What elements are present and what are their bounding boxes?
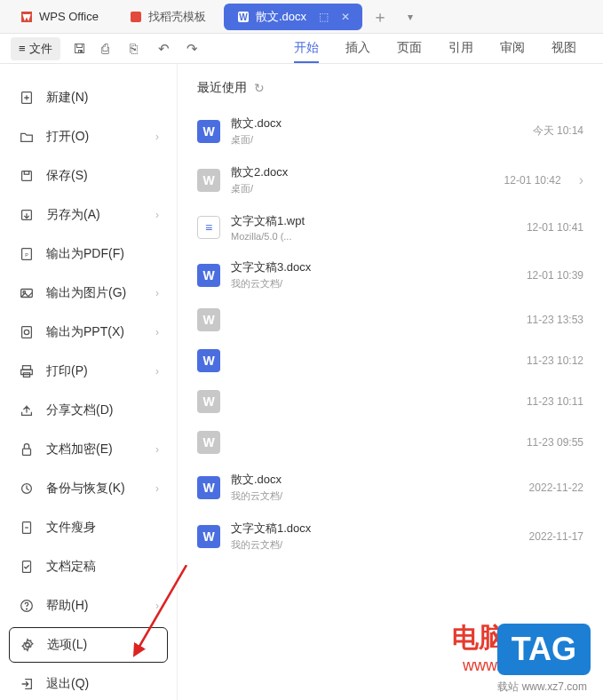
file-time: 12-01 10:42 [472, 174, 561, 187]
file-type-icon: W [197, 120, 220, 143]
ribbon-tabs: 开始 插入 页面 引用 审阅 视图 [294, 40, 592, 57]
ribbon-ref[interactable]: 引用 [448, 40, 473, 57]
pdf-icon: P [18, 245, 36, 263]
menu-exit[interactable]: 退出(Q) [9, 666, 168, 700]
file-time: 2022-11-17 [495, 530, 583, 543]
menu-saveas[interactable]: 另存为(A)› [9, 197, 168, 233]
new-icon [18, 89, 36, 107]
file-name: 散文.docx [231, 115, 484, 131]
recent-item[interactable]: ≡ 文字文稿1.wptMozilla/5.0 (... 12-01 10:41 [197, 204, 583, 251]
monitor-icon[interactable]: ⬚ [319, 11, 329, 23]
template-icon [129, 10, 143, 24]
tab-dropdown-icon[interactable]: ▾ [398, 11, 423, 23]
file-time: 11-23 13:53 [495, 314, 583, 326]
undo-icon[interactable]: ↶ [158, 41, 174, 57]
file-type-icon: W [197, 431, 220, 454]
backup-icon [18, 480, 36, 497]
ribbon-page[interactable]: 页面 [397, 40, 422, 57]
tab-bar: WPS Office 找稻壳模板 W 散文.docx ⬚ ✕ ＋ ▾ [0, 0, 603, 34]
preview-icon[interactable]: ⎘ [130, 41, 146, 56]
svg-rect-0 [131, 12, 141, 22]
tab-templates[interactable]: 找稻壳模板 [116, 4, 218, 30]
svg-rect-16 [23, 449, 31, 455]
file-name: 文字文稿1.docx [231, 521, 484, 537]
tab-label: 找稻壳模板 [148, 9, 206, 25]
file-time: 11-23 10:11 [495, 395, 583, 408]
menu-img[interactable]: 输出为图片(G)› [9, 275, 168, 311]
file-menu-label: 文件 [29, 41, 52, 57]
chevron-right-icon: › [155, 131, 159, 143]
file-time: 12-01 10:41 [495, 221, 583, 234]
toolbar: ≡ 文件 🖫 ⎙ ⎘ ↶ ↷ 开始 插入 页面 引用 审阅 视图 [0, 34, 603, 64]
svg-rect-4 [22, 171, 32, 181]
recent-item[interactable]: W 11-23 09:55 [197, 422, 583, 463]
tab-label: 散文.docx [256, 9, 306, 25]
new-tab-button[interactable]: ＋ [368, 6, 393, 28]
menu-final[interactable]: 文档定稿 [9, 549, 168, 585]
menu-encrypt[interactable]: 文档加密(E)› [9, 432, 168, 467]
file-time: 11-23 09:55 [495, 436, 583, 449]
file-name: 散文.docx [231, 472, 484, 488]
recent-item[interactable]: W 散文.docx我的云文档/ 2022-11-22 [197, 463, 583, 512]
slim-icon [18, 519, 36, 537]
ribbon-start[interactable]: 开始 [294, 40, 319, 63]
ppt-icon [18, 323, 36, 341]
menu-options[interactable]: 选项(L) [9, 627, 168, 663]
file-type-icon: W [197, 264, 220, 287]
menu-open[interactable]: 打开(O)› [9, 119, 168, 155]
file-type-icon: W [197, 169, 220, 192]
svg-rect-5 [24, 171, 28, 175]
folder-icon [18, 128, 36, 146]
file-path: 我的云文档/ [231, 277, 484, 290]
tab-label: WPS Office [39, 10, 99, 23]
ribbon-view[interactable]: 视图 [551, 40, 576, 57]
file-menu-button[interactable]: ≡ 文件 [11, 37, 60, 60]
save-icon[interactable]: 🖫 [73, 41, 89, 56]
save-icon [18, 167, 36, 185]
hamburger-icon: ≡ [19, 42, 26, 55]
menu-backup[interactable]: 备份与恢复(K)› [9, 471, 168, 506]
svg-point-21 [26, 643, 30, 648]
chevron-right-icon: › [155, 209, 159, 221]
menu-help[interactable]: 帮助(H)› [9, 588, 168, 624]
recent-item[interactable]: W 文字文稿3.docx我的云文档/ 12-01 10:39 [197, 251, 583, 299]
menu-ppt[interactable]: 输出为PPT(X)› [9, 314, 168, 350]
recent-item[interactable]: W 11-23 10:11 [197, 381, 583, 422]
menu-pdf[interactable]: P输出为PDF(F) [9, 236, 168, 272]
menu-print[interactable]: 打印(P)› [9, 354, 168, 389]
recent-item[interactable]: W 散文2.docx桌面/ 12-01 10:42› [197, 155, 583, 204]
file-path: 我的云文档/ [231, 538, 484, 552]
redo-icon[interactable]: ↷ [186, 41, 202, 57]
ribbon-insert[interactable]: 插入 [345, 40, 370, 57]
tab-document[interactable]: W 散文.docx ⬚ ✕ [224, 4, 362, 30]
tag-badge: TAG [497, 624, 591, 675]
svg-text:P: P [25, 252, 28, 258]
file-path: Mozilla/5.0 (... [231, 231, 484, 242]
file-type-icon: W [197, 308, 220, 331]
svg-point-12 [24, 330, 28, 334]
chevron-right-icon: › [155, 600, 159, 612]
svg-point-20 [27, 609, 28, 609]
file-name: 文字文稿1.wpt [231, 213, 484, 229]
print-icon[interactable]: ⎙ [101, 41, 117, 56]
file-name: 散文2.docx [231, 164, 462, 180]
file-time: 今天 10:14 [495, 123, 583, 139]
lock-icon [18, 441, 36, 458]
file-type-icon: W [197, 476, 220, 499]
menu-share[interactable]: 分享文档(D) [9, 393, 168, 428]
recent-item[interactable]: W 文字文稿1.docx我的云文档/ 2022-11-17 [197, 512, 583, 561]
menu-new[interactable]: 新建(N) [9, 80, 168, 115]
recent-item[interactable]: W 11-23 10:12 [197, 340, 583, 381]
recent-item[interactable]: W 11-23 13:53 [197, 299, 583, 340]
menu-save[interactable]: 保存(S) [9, 158, 168, 194]
file-type-icon: ≡ [197, 216, 220, 239]
tab-home[interactable]: WPS Office [7, 4, 111, 30]
file-time: 2022-11-22 [495, 481, 583, 494]
ribbon-review[interactable]: 审阅 [500, 40, 525, 57]
close-icon[interactable]: ✕ [341, 11, 350, 23]
wps-logo-icon [20, 10, 34, 24]
refresh-icon[interactable]: ↻ [254, 81, 265, 95]
chevron-right-icon: › [155, 482, 159, 495]
recent-item[interactable]: W 散文.docx桌面/ 今天 10:14 [197, 107, 583, 155]
menu-slim[interactable]: 文件瘦身 [9, 510, 168, 545]
